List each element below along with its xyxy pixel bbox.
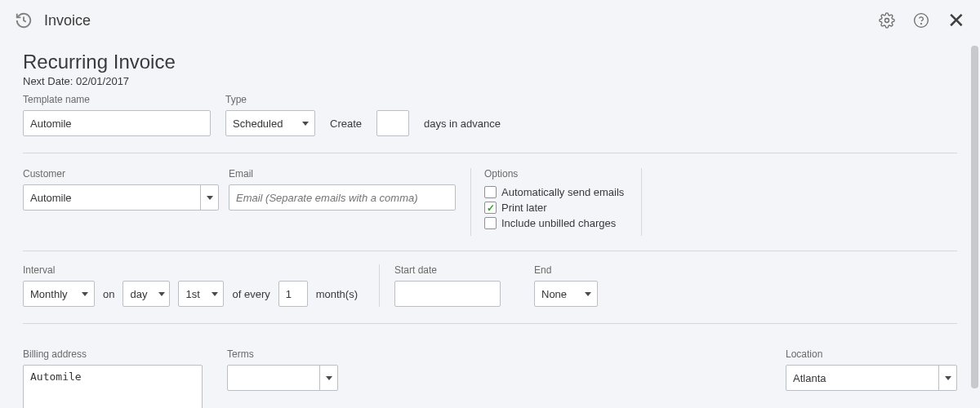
page-title: Invoice [44,12,91,29]
svg-point-0 [885,19,889,23]
billing-row: Billing address Terms Custom 1 Location … [23,348,957,408]
on-text: on [103,281,114,307]
type-value: Scheduled [226,111,296,135]
chevron-down-icon [207,282,224,306]
content-area: Recurring Invoice Next Date: 02/01/2017 … [0,41,980,408]
chevron-down-icon [579,282,597,306]
email-field: Email [229,168,456,211]
email-input[interactable] [229,184,456,211]
close-icon[interactable]: ✕ [947,10,965,31]
billing-address-label: Billing address [23,348,203,360]
location-label: Location [786,348,957,360]
end-field: End None [534,264,632,307]
svg-point-1 [915,14,929,28]
terms-select[interactable] [227,365,338,391]
of-every-text: of every [232,281,270,307]
include-unbilled-row[interactable]: Include unbilled charges [484,217,628,229]
chevron-down-icon [200,185,218,210]
daytype-value: day [123,282,154,306]
every-n-input[interactable] [278,281,308,307]
chevron-down-icon [296,111,314,135]
auto-send-row[interactable]: Automatically send emails [484,186,628,198]
type-label: Type [225,94,315,105]
chevron-down-icon [154,282,169,306]
daytype-select[interactable]: day [122,281,170,307]
location-value: Atlanta [786,366,938,390]
frequency-value: Monthly [24,282,76,306]
print-later-label: Print later [501,202,547,214]
unit-text: month(s) [316,281,358,307]
frequency-select[interactable]: Monthly [23,281,95,307]
options-label: Options [484,168,628,180]
template-name-field: Template name [23,94,211,136]
header-right: ✕ [879,10,965,31]
ordinal-select[interactable]: 1st [178,281,224,307]
template-row: Template name Type Scheduled Create days… [23,94,957,153]
gear-icon[interactable] [879,12,895,29]
interval-field: Interval Monthly on day 1st of every mon… [23,264,379,307]
interval-label: Interval [23,264,364,276]
next-date: Next Date: 02/01/2017 [23,75,957,87]
start-date-input[interactable] [394,281,501,307]
interval-controls: Monthly on day 1st of every month(s) [23,281,364,307]
auto-send-label: Automatically send emails [501,186,624,198]
chevron-down-icon [938,366,956,390]
customer-label: Customer [23,168,219,180]
end-select[interactable]: None [534,281,598,307]
customer-field: Customer Automile [23,168,219,211]
create-days-input[interactable] [376,110,409,136]
history-icon[interactable] [15,11,33,29]
type-select[interactable]: Scheduled [225,110,315,136]
end-label: End [534,264,632,276]
location-select[interactable]: Atlanta [786,365,957,391]
options-column: Options Automatically send emails Print … [470,168,642,236]
terms-value [228,366,319,390]
type-field: Type Scheduled [225,94,315,136]
recurring-heading: Recurring Invoice [23,51,957,73]
customer-row: Customer Automile Email Options Automati… [23,168,957,251]
chevron-down-icon [76,282,94,306]
template-name-label: Template name [23,94,211,105]
location-field: Location Atlanta [786,348,957,391]
terms-label: Terms [227,348,338,360]
header-left: Invoice [15,11,91,29]
svg-point-2 [921,24,922,24]
print-later-checkbox[interactable] [484,202,497,214]
start-date-label: Start date [394,264,519,276]
scrollbar[interactable] [971,46,978,388]
print-later-row[interactable]: Print later [484,202,628,214]
ordinal-value: 1st [179,282,206,306]
auto-send-checkbox[interactable] [484,186,497,198]
end-value: None [535,282,579,306]
start-date-field: Start date [379,264,534,307]
billing-address-input[interactable] [23,365,203,408]
include-unbilled-checkbox[interactable] [484,217,497,229]
terms-field: Terms Custom 1 [227,348,338,408]
billing-address-field: Billing address [23,348,203,408]
days-suffix: days in advance [424,110,501,136]
customer-value: Automile [24,185,200,210]
include-unbilled-label: Include unbilled charges [501,217,616,229]
customer-select[interactable]: Automile [23,184,219,211]
chevron-down-icon [319,366,337,390]
window-header: Invoice ✕ [0,0,980,41]
interval-row: Interval Monthly on day 1st of every mon… [23,264,957,324]
email-label: Email [229,168,456,180]
template-name-input[interactable] [23,110,211,136]
help-icon[interactable] [913,12,929,29]
create-prefix: Create [330,110,362,136]
